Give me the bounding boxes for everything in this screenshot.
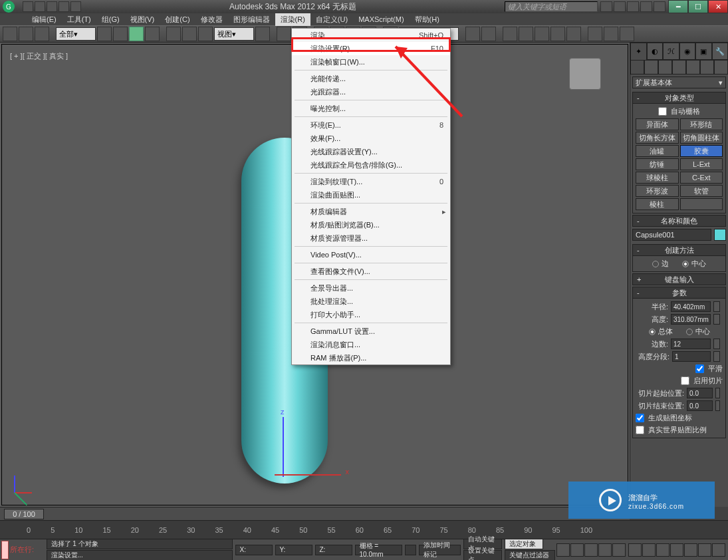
radio-edge[interactable] xyxy=(652,261,659,267)
menu-item-[interactable]: 材质编辑器 xyxy=(292,205,450,218)
menu-graph-editors[interactable]: 图形编辑器 xyxy=(228,13,275,26)
time-tag-icon[interactable] xyxy=(405,545,416,555)
cat-shapes-icon[interactable] xyxy=(644,60,658,74)
menu-tools[interactable]: 工具(T) xyxy=(62,13,96,26)
tab-create-icon[interactable]: ✦ xyxy=(630,43,647,60)
object-name-field[interactable]: Capsule001 xyxy=(632,229,711,241)
tab-modify-icon[interactable]: ◐ xyxy=(647,43,664,60)
play-icon[interactable] xyxy=(584,543,598,557)
menu-item-[interactable]: 曝光控制... xyxy=(292,102,450,115)
menu-customize[interactable]: 自定义(U) xyxy=(310,13,353,26)
objtype-L-Ext[interactable]: L-Ext xyxy=(680,158,723,170)
objtype-环形波[interactable]: 环形波 xyxy=(636,185,679,197)
rollout-object-type[interactable]: -对象类型 xyxy=(632,92,726,104)
autogrid-checkbox[interactable] xyxy=(658,107,667,116)
time-slider-knob[interactable]: 0 / 100 xyxy=(4,509,44,519)
menu-item-ramp[interactable]: RAM 播放器(P)... xyxy=(292,351,450,364)
key-mode-combo[interactable]: 选定对象 xyxy=(505,539,543,549)
key-filters-button[interactable]: 关键点过滤器 xyxy=(505,550,555,560)
tab-hierarchy-icon[interactable]: ℋ xyxy=(663,43,679,60)
rollout-parameters[interactable]: -参数 xyxy=(632,287,726,299)
menu-edit[interactable]: 编辑(E) xyxy=(27,13,62,26)
qat-redo-icon[interactable] xyxy=(70,1,81,12)
rollout-creation-method[interactable]: -创建方法 xyxy=(632,244,726,256)
cat-lights-icon[interactable] xyxy=(658,60,672,74)
menu-help[interactable]: 帮助(H) xyxy=(410,13,445,26)
radio-centers[interactable] xyxy=(686,329,693,335)
real-world-checkbox[interactable] xyxy=(636,426,644,434)
menu-item-t[interactable]: 渲染到纹理(T)...0 xyxy=(292,175,450,188)
selection-filter-combo[interactable]: 全部 ▾ xyxy=(56,27,96,41)
close-button[interactable]: ✕ xyxy=(708,0,728,13)
menu-item-videopostv[interactable]: Video Post(V)... xyxy=(292,248,450,261)
gizmo-x-axis[interactable] xyxy=(275,474,341,476)
objtype-empty[interactable] xyxy=(680,198,723,210)
add-time-tag[interactable]: 添加时间标记 xyxy=(419,545,461,555)
object-color-swatch[interactable] xyxy=(714,229,726,241)
menu-item-w[interactable]: 渲染帧窗口(W)... xyxy=(292,55,450,69)
search-icon[interactable] xyxy=(600,1,612,12)
gizmo-z-axis[interactable] xyxy=(283,417,284,477)
slice-from-spinner[interactable]: 0.0 xyxy=(687,388,713,398)
slice-on-checkbox[interactable] xyxy=(681,376,689,385)
cat-cameras-icon[interactable] xyxy=(672,60,686,74)
ref-coord-combo[interactable]: 视图 ▾ xyxy=(214,27,254,41)
maximize-viewport-icon[interactable] xyxy=(712,543,725,557)
menu-item-r[interactable]: 渲染设置(R)...F10 xyxy=(292,42,450,55)
coord-x[interactable]: X: xyxy=(235,545,273,555)
spinner-arrows-icon[interactable] xyxy=(713,301,720,312)
menu-maxscript[interactable]: MAXScript(M) xyxy=(353,14,409,25)
menu-item-[interactable]: 渲染曲面贴图... xyxy=(292,188,450,202)
material-editor-icon[interactable] xyxy=(566,27,581,41)
slice-to-spinner[interactable]: 0.0 xyxy=(687,400,713,411)
qat-undo-icon[interactable] xyxy=(59,1,69,12)
viewport-label[interactable]: [ + ][ 正交 ][ 真实 ] xyxy=(10,51,68,61)
menu-item-[interactable]: 材质资源管理器... xyxy=(292,231,450,245)
rendered-frame-icon[interactable] xyxy=(604,27,618,41)
rotate-icon[interactable] xyxy=(182,27,197,41)
pan-icon[interactable] xyxy=(684,543,697,557)
window-crossing-icon[interactable] xyxy=(145,27,160,41)
gen-mapping-checkbox[interactable] xyxy=(636,414,644,422)
time-slider[interactable]: 0 / 100 xyxy=(0,507,630,520)
menu-item-[interactable]: 打印大小助手... xyxy=(292,308,450,321)
menu-item-[interactable]: 渲染Shift+Q xyxy=(292,29,450,42)
menu-item-gammalut[interactable]: Gamma/LUT 设置... xyxy=(292,325,450,338)
setkey-button[interactable]: 设置关键点 xyxy=(463,550,502,560)
qat-open-icon[interactable] xyxy=(35,1,45,12)
objtype-纺锤[interactable]: 纺锤 xyxy=(636,158,679,170)
menu-create[interactable]: 创建(C) xyxy=(160,13,195,26)
radio-overall[interactable] xyxy=(649,329,656,335)
zoom-icon[interactable] xyxy=(628,543,642,557)
sides-spinner[interactable]: 12 xyxy=(671,339,711,349)
objtype-C-Ext[interactable]: C-Ext xyxy=(680,172,723,184)
objtype-球棱柱[interactable]: 球棱柱 xyxy=(636,172,679,184)
viewcube[interactable] xyxy=(569,58,601,90)
favorites-icon[interactable] xyxy=(640,1,652,12)
spinner-arrows-icon[interactable] xyxy=(715,400,720,411)
qat-save-icon[interactable] xyxy=(47,1,57,12)
move-icon[interactable] xyxy=(166,27,181,41)
menu-item-y[interactable]: 光线跟踪器设置(Y)... xyxy=(292,145,450,158)
spinner-arrows-icon[interactable] xyxy=(715,388,720,398)
help-search-input[interactable]: 键入关键字或短语 xyxy=(505,1,598,12)
spinner-arrows-icon[interactable] xyxy=(713,351,720,362)
scale-icon[interactable] xyxy=(198,27,213,41)
radio-center[interactable] xyxy=(682,261,689,267)
layers-icon[interactable] xyxy=(503,27,517,41)
menu-item-[interactable]: 全景导出器... xyxy=(292,281,450,295)
menu-item-[interactable]: 批处理渲染... xyxy=(292,295,450,308)
pivot-icon[interactable] xyxy=(255,27,270,41)
coord-y[interactable]: Y: xyxy=(275,545,312,555)
qat-new-icon[interactable] xyxy=(23,1,33,12)
menu-item-[interactable]: 渲染消息窗口... xyxy=(292,338,450,351)
objtype-切角圆柱体[interactable]: 切角圆柱体 xyxy=(680,132,723,144)
select-region-icon[interactable] xyxy=(129,27,144,41)
bind-spacewarp-icon[interactable] xyxy=(35,27,49,41)
prev-frame-icon[interactable] xyxy=(570,543,584,557)
spinner-arrows-icon[interactable] xyxy=(713,339,720,349)
maximize-button[interactable]: ☐ xyxy=(688,0,708,13)
height-spinner[interactable]: 310.807mm xyxy=(671,314,711,325)
menu-item-[interactable]: 光能传递... xyxy=(292,72,450,85)
render-setup-icon[interactable] xyxy=(588,27,602,41)
